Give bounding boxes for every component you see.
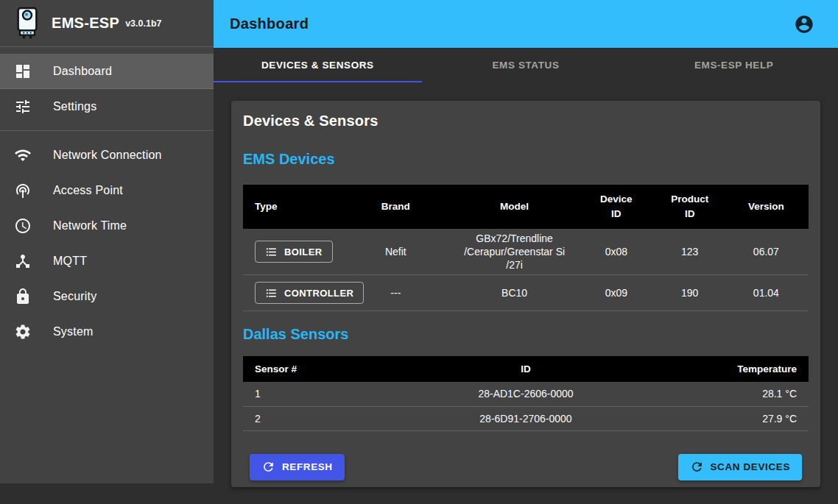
button-row: REFRESH SCAN DEVICES — [243, 454, 809, 480]
sidebar-item-mqtt[interactable]: MQTT — [0, 244, 214, 279]
column-header-temperature: Temperature — [667, 356, 809, 382]
refresh-icon — [690, 460, 704, 474]
sidebar-header: EMS-ESP v3.0.1b7 — [0, 0, 214, 47]
cell-sensor-num: 2 — [243, 406, 384, 430]
cell-product-id: 190 — [656, 275, 724, 311]
sidebar-item-label: Access Point — [53, 184, 123, 197]
sidebar-item-network-connection[interactable]: Network Connection — [0, 138, 214, 173]
clock-icon — [14, 217, 32, 235]
tune-icon — [14, 98, 32, 116]
column-header-brand: Brand — [339, 185, 453, 229]
cell-sensor-id: 28-6D91-2706-0000 — [384, 406, 667, 430]
page-title: Dashboard — [230, 15, 309, 32]
table-row: 2 28-6D91-2706-0000 27.9 °C — [243, 406, 809, 430]
sidebar-item-system[interactable]: System — [0, 314, 214, 349]
account-circle-icon[interactable] — [794, 14, 814, 35]
dallas-sensors-table: Sensor # ID Temperature 1 28-AD1C-2606-0… — [243, 356, 809, 431]
cell-sensor-num: 1 — [243, 382, 384, 406]
column-header-type: Type — [243, 185, 339, 229]
column-header-model: Model — [452, 185, 577, 229]
cell-temperature: 28.1 °C — [667, 382, 809, 406]
main-area: Dashboard DEVICES & SENSORS EMS STATUS E… — [214, 0, 838, 504]
wifi-icon — [14, 146, 32, 164]
tab-ems-esp-help[interactable]: EMS-ESP HELP — [630, 48, 838, 82]
cell-model: BC10 — [452, 275, 577, 311]
table-row: CONTROLLER --- BC10 0x09 190 01.04 — [243, 275, 809, 311]
tab-devices-sensors[interactable]: DEVICES & SENSORS — [214, 48, 422, 82]
column-header-id: ID — [384, 356, 667, 382]
cell-version: 01.04 — [724, 275, 809, 311]
dashboard-icon — [14, 63, 32, 80]
sidebar-item-dashboard[interactable]: Dashboard — [0, 54, 214, 89]
table-row: BOILER Nefit GBx72​/Trendline​/Cerapur​/… — [243, 229, 809, 275]
table-row: 1 28-AD1C-2606-0000 28.1 °C — [243, 382, 809, 406]
gear-icon — [14, 323, 32, 341]
cell-brand: Nefit — [339, 229, 453, 275]
appbar: Dashboard — [214, 0, 838, 48]
cell-model: GBx72​/Trendline​/Cerapur​/Greenstar Si​… — [452, 229, 577, 275]
sidebar: EMS-ESP v3.0.1b7 Dashboard Settings Netw… — [0, 0, 214, 483]
sidebar-item-network-time[interactable]: Network Time — [0, 208, 214, 244]
controller-device-button[interactable]: CONTROLLER — [255, 282, 364, 304]
cell-sensor-id: 28-AD1C-2606-0000 — [384, 382, 667, 406]
column-header-sensor-num: Sensor # — [243, 356, 384, 382]
sidebar-item-label: Network Time — [53, 219, 127, 233]
column-header-product-id: Product ID — [656, 185, 724, 229]
cell-version: 06.07 — [724, 229, 809, 275]
sidebar-item-label: Dashboard — [53, 65, 112, 78]
sidebar-item-label: Security — [53, 290, 96, 303]
ems-table-header-row: Type Brand Model Device ID Product ID Ve… — [243, 185, 809, 229]
card-title: Devices & Sensors — [243, 111, 809, 130]
devices-sensors-card: Devices & Sensors EMS Devices Type Brand… — [231, 101, 820, 487]
refresh-button[interactable]: REFRESH — [250, 454, 345, 480]
wifi-tethering-icon — [14, 182, 32, 199]
sidebar-item-label: Settings — [53, 100, 96, 113]
sidebar-item-security[interactable]: Security — [0, 279, 214, 314]
sidebar-item-settings[interactable]: Settings — [0, 89, 214, 124]
sidebar-item-label: System — [53, 325, 94, 338]
cell-device-id: 0x09 — [577, 275, 656, 311]
scan-devices-button[interactable]: SCAN DEVICES — [678, 454, 802, 480]
dallas-table-header-row: Sensor # ID Temperature — [243, 356, 809, 382]
cell-device-id: 0x08 — [577, 229, 656, 275]
sidebar-item-access-point[interactable]: Access Point — [0, 173, 214, 208]
ems-devices-heading: EMS Devices — [243, 149, 809, 168]
dallas-sensors-heading: Dallas Sensors — [243, 324, 809, 344]
boiler-logo-icon — [13, 7, 41, 40]
lock-icon — [14, 288, 32, 305]
tab-bar: DEVICES & SENSORS EMS STATUS EMS-ESP HEL… — [214, 48, 838, 82]
cell-product-id: 123 — [656, 229, 724, 275]
column-header-version: Version — [724, 185, 809, 229]
refresh-icon — [261, 460, 275, 474]
sidebar-divider — [0, 130, 214, 131]
cell-temperature: 27.9 °C — [667, 406, 809, 430]
sidebar-item-label: MQTT — [53, 255, 87, 268]
app-title: EMS-ESP — [52, 15, 119, 32]
app-version: v3.0.1b7 — [125, 18, 161, 29]
boiler-device-button[interactable]: BOILER — [255, 241, 333, 263]
list-icon — [265, 287, 278, 299]
ems-devices-table: Type Brand Model Device ID Product ID Ve… — [243, 185, 809, 311]
device-hub-icon — [14, 252, 32, 270]
tab-ems-status[interactable]: EMS STATUS — [422, 48, 630, 82]
column-header-device-id: Device ID — [577, 185, 656, 229]
list-icon — [265, 246, 278, 258]
sidebar-item-label: Network Connection — [53, 149, 162, 162]
